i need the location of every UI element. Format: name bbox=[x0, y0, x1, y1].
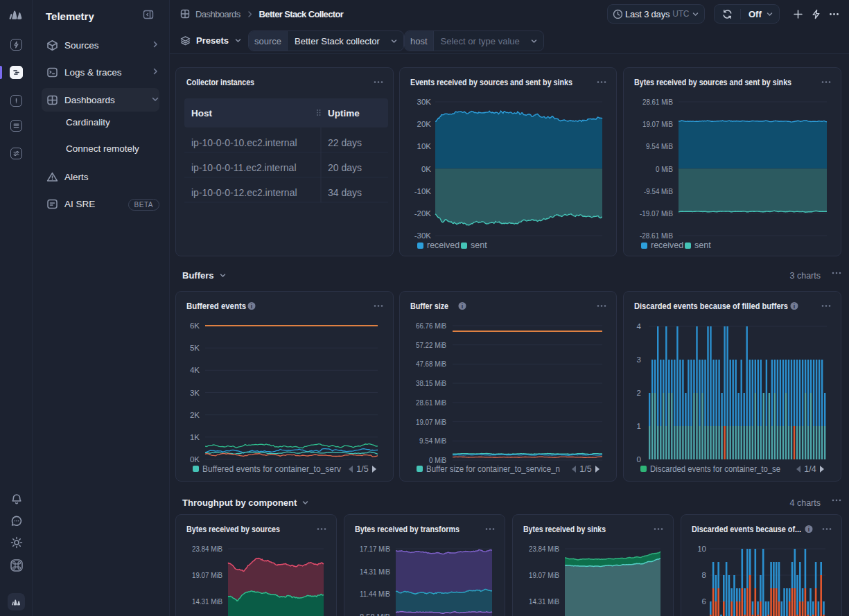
svg-text:i: i bbox=[794, 303, 795, 310]
svg-text:0 MiB: 0 MiB bbox=[656, 165, 673, 173]
svg-text:47.68 MiB: 47.68 MiB bbox=[416, 360, 446, 368]
svg-text:3K: 3K bbox=[190, 389, 200, 397]
svg-text:6K: 6K bbox=[190, 322, 200, 330]
svg-text:1/5: 1/5 bbox=[579, 464, 591, 474]
svg-text:Collector instances: Collector instances bbox=[186, 77, 254, 87]
svg-text:3: 3 bbox=[637, 355, 641, 364]
svg-text:19.07 MiB: 19.07 MiB bbox=[642, 120, 673, 128]
svg-text:-19.07 MiB: -19.07 MiB bbox=[640, 209, 673, 218]
svg-text:0: 0 bbox=[637, 455, 641, 464]
svg-text:ip-10-0-0-12.ec2.internal: ip-10-0-0-12.ec2.internal bbox=[191, 187, 297, 198]
svg-text:28.61 MiB: 28.61 MiB bbox=[416, 398, 446, 407]
svg-text:Bytes received by sinks: Bytes received by sinks bbox=[523, 524, 606, 534]
svg-text:Uptime: Uptime bbox=[328, 108, 360, 118]
svg-text:30K: 30K bbox=[417, 98, 432, 106]
svg-text:ip-10-0-0-10.ec2.internal: ip-10-0-0-10.ec2.internal bbox=[191, 137, 297, 148]
svg-text:19.07 MiB: 19.07 MiB bbox=[416, 418, 446, 426]
svg-text:57.22 MiB: 57.22 MiB bbox=[416, 341, 446, 349]
svg-text:10K: 10K bbox=[417, 142, 432, 150]
svg-text:Events received by sources and: Events received by sources and sent by s… bbox=[410, 77, 572, 87]
svg-text:-28.61 MiB: -28.61 MiB bbox=[640, 231, 673, 240]
svg-text:20K: 20K bbox=[417, 120, 432, 128]
svg-text:Discarded events because of fi: Discarded events because of filled buffe… bbox=[634, 301, 788, 311]
svg-text:1/5: 1/5 bbox=[356, 464, 368, 474]
svg-text:sent: sent bbox=[471, 240, 487, 250]
svg-text:Buffer size for container_to_s: Buffer size for container_to_service_n bbox=[426, 464, 560, 474]
svg-text:-20K: -20K bbox=[414, 209, 432, 218]
svg-text:28.61 MiB: 28.61 MiB bbox=[642, 98, 673, 106]
svg-text:23.84 MiB: 23.84 MiB bbox=[192, 545, 222, 553]
svg-text:ip-10-0-0-11.ec2.internal: ip-10-0-0-11.ec2.internal bbox=[191, 162, 297, 173]
svg-text:4K: 4K bbox=[190, 366, 200, 374]
svg-text:38.15 MiB: 38.15 MiB bbox=[416, 379, 446, 387]
svg-text:i: i bbox=[462, 303, 463, 310]
svg-text:11.44 MiB: 11.44 MiB bbox=[360, 590, 390, 598]
svg-text:Buffered events for container_: Buffered events for container_to_serv bbox=[202, 464, 342, 474]
svg-text:-9.54 MiB: -9.54 MiB bbox=[644, 187, 673, 195]
svg-text:8: 8 bbox=[702, 571, 706, 579]
svg-text:9.54 MiB: 9.54 MiB bbox=[646, 142, 673, 150]
svg-text:10: 10 bbox=[697, 545, 706, 553]
svg-text:20 days: 20 days bbox=[328, 162, 362, 173]
svg-text:34 days: 34 days bbox=[328, 187, 362, 198]
svg-text:2K: 2K bbox=[190, 411, 200, 419]
svg-text:1: 1 bbox=[637, 422, 641, 430]
svg-text:23.84 MiB: 23.84 MiB bbox=[529, 545, 559, 553]
svg-text:4: 4 bbox=[637, 322, 642, 331]
svg-text:Bytes received by sources: Bytes received by sources bbox=[186, 524, 280, 534]
svg-text:19.07 MiB: 19.07 MiB bbox=[192, 571, 222, 579]
svg-text:14.31 MiB: 14.31 MiB bbox=[192, 597, 222, 606]
svg-text:-30K: -30K bbox=[414, 231, 432, 240]
svg-text:sent: sent bbox=[694, 240, 711, 250]
svg-text:Buffered events: Buffered events bbox=[186, 301, 246, 311]
svg-text:19.07 MiB: 19.07 MiB bbox=[529, 571, 559, 579]
svg-text:0K: 0K bbox=[190, 455, 200, 464]
svg-text:5K: 5K bbox=[190, 344, 200, 352]
svg-text:2: 2 bbox=[637, 389, 641, 397]
svg-text:66.76 MiB: 66.76 MiB bbox=[416, 322, 446, 330]
svg-text:i: i bbox=[808, 526, 809, 533]
svg-text:Bytes received by sources and: Bytes received by sources and sent by si… bbox=[634, 77, 791, 87]
svg-text:14.31 MiB: 14.31 MiB bbox=[529, 597, 559, 606]
svg-text:i: i bbox=[251, 303, 252, 310]
svg-text:received: received bbox=[651, 240, 683, 250]
svg-text:0K: 0K bbox=[421, 165, 431, 173]
svg-text:0 MiB: 0 MiB bbox=[429, 456, 446, 464]
svg-text:-10K: -10K bbox=[414, 187, 432, 195]
svg-text:14.31 MiB: 14.31 MiB bbox=[360, 567, 390, 576]
svg-text:22 days: 22 days bbox=[328, 137, 362, 148]
svg-text:1K: 1K bbox=[190, 433, 200, 441]
svg-text:Discarded events because of...: Discarded events because of... bbox=[692, 524, 801, 534]
svg-text:Host: Host bbox=[191, 108, 213, 118]
svg-text:Discarded events for container: Discarded events for container_to_se bbox=[650, 464, 780, 474]
svg-text:Bytes received by transforms: Bytes received by transforms bbox=[355, 524, 459, 534]
svg-text:received: received bbox=[427, 240, 459, 250]
svg-text:17.17 MiB: 17.17 MiB bbox=[360, 545, 390, 553]
svg-text:8.58 MiB: 8.58 MiB bbox=[360, 613, 390, 616]
svg-text:6: 6 bbox=[702, 597, 706, 606]
svg-text:Buffer size: Buffer size bbox=[410, 301, 448, 311]
svg-text:1/4: 1/4 bbox=[804, 464, 816, 474]
svg-text:9.54 MiB: 9.54 MiB bbox=[419, 437, 446, 445]
